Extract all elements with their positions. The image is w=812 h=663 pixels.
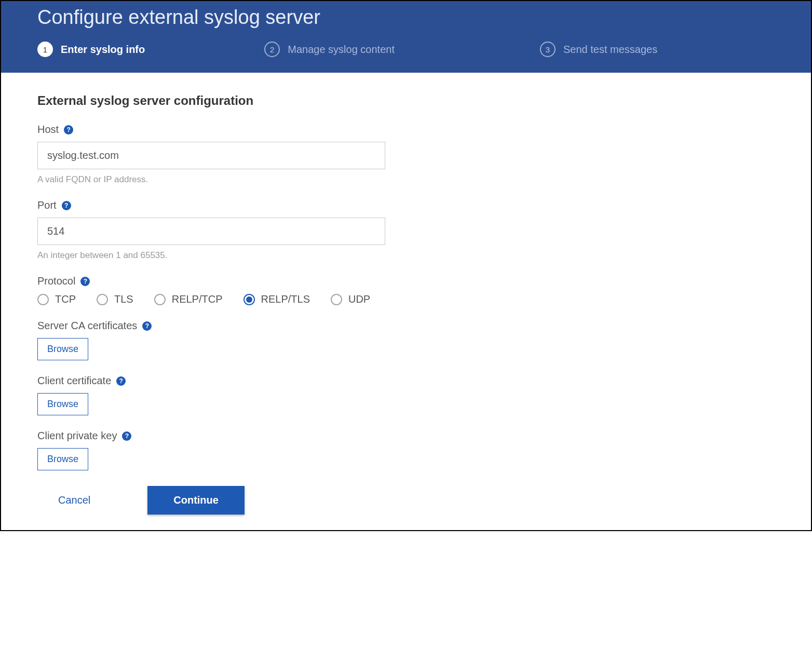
radio-relp-tls[interactable]: RELP/TLS <box>243 293 310 305</box>
client-cert-field: Client certificate ? Browse <box>37 375 775 415</box>
page-title: Configure external syslog server <box>37 1 790 42</box>
step-bar: 1 Enter syslog info 2 Manage syslog cont… <box>37 42 790 57</box>
protocol-label: Protocol <box>37 275 75 287</box>
server-ca-field: Server CA certificates ? Browse <box>37 320 775 360</box>
radio-tls[interactable]: TLS <box>97 293 133 305</box>
radio-label: TCP <box>55 293 76 305</box>
step-3-label: Send test messages <box>563 44 657 56</box>
section-title: External syslog server configuration <box>37 93 775 108</box>
step-3[interactable]: 3 Send test messages <box>540 42 657 57</box>
wizard-actions: Cancel Continue <box>58 486 775 515</box>
step-3-number: 3 <box>540 42 556 57</box>
client-cert-label-row: Client certificate ? <box>37 375 775 387</box>
help-icon[interactable]: ? <box>122 431 131 441</box>
host-label: Host <box>37 124 59 136</box>
server-ca-label-row: Server CA certificates ? <box>37 320 775 332</box>
radio-icon <box>37 294 49 305</box>
help-icon[interactable]: ? <box>80 277 90 286</box>
radio-label: RELP/TLS <box>261 293 310 305</box>
radio-icon <box>97 294 108 305</box>
step-1-number: 1 <box>37 42 53 57</box>
radio-icon <box>243 294 255 305</box>
cancel-button[interactable]: Cancel <box>58 494 90 506</box>
server-ca-label: Server CA certificates <box>37 320 137 332</box>
host-label-row: Host ? <box>37 124 775 136</box>
host-field: Host ? A valid FQDN or IP address. <box>37 124 775 185</box>
continue-button[interactable]: Continue <box>147 486 245 515</box>
step-2-label: Manage syslog content <box>288 44 395 56</box>
step-1[interactable]: 1 Enter syslog info <box>37 42 145 57</box>
help-icon[interactable]: ? <box>62 201 71 210</box>
client-cert-label: Client certificate <box>37 375 111 387</box>
client-key-label-row: Client private key ? <box>37 430 775 442</box>
help-icon[interactable]: ? <box>142 321 152 331</box>
protocol-label-row: Protocol ? <box>37 275 775 287</box>
wizard-content: External syslog server configuration Hos… <box>1 73 811 530</box>
port-field: Port ? An integer between 1 and 65535. <box>37 199 775 261</box>
client-key-browse-button[interactable]: Browse <box>37 448 88 470</box>
client-key-field: Client private key ? Browse <box>37 430 775 470</box>
host-hint: A valid FQDN or IP address. <box>37 174 775 185</box>
radio-udp[interactable]: UDP <box>331 293 370 305</box>
step-1-label: Enter syslog info <box>61 44 145 56</box>
wizard-container: Configure external syslog server 1 Enter… <box>0 0 812 531</box>
port-label-row: Port ? <box>37 199 775 211</box>
protocol-field: Protocol ? TCP TLS RELP/TCP REL <box>37 275 775 305</box>
radio-label: RELP/TCP <box>172 293 223 305</box>
radio-label: UDP <box>348 293 370 305</box>
radio-relp-tcp[interactable]: RELP/TCP <box>154 293 223 305</box>
wizard-header: Configure external syslog server 1 Enter… <box>1 1 811 73</box>
server-ca-browse-button[interactable]: Browse <box>37 338 88 360</box>
port-label: Port <box>37 199 57 211</box>
protocol-radios: TCP TLS RELP/TCP RELP/TLS UDP <box>37 293 775 305</box>
step-2[interactable]: 2 Manage syslog content <box>264 42 395 57</box>
client-key-label: Client private key <box>37 430 117 442</box>
host-input[interactable] <box>37 142 385 169</box>
radio-icon <box>331 294 342 305</box>
port-input[interactable] <box>37 218 385 245</box>
port-hint: An integer between 1 and 65535. <box>37 250 775 261</box>
help-icon[interactable]: ? <box>64 125 73 134</box>
client-cert-browse-button[interactable]: Browse <box>37 393 88 415</box>
radio-icon <box>154 294 166 305</box>
step-2-number: 2 <box>264 42 280 57</box>
radio-label: TLS <box>114 293 133 305</box>
help-icon[interactable]: ? <box>116 376 126 386</box>
radio-tcp[interactable]: TCP <box>37 293 76 305</box>
